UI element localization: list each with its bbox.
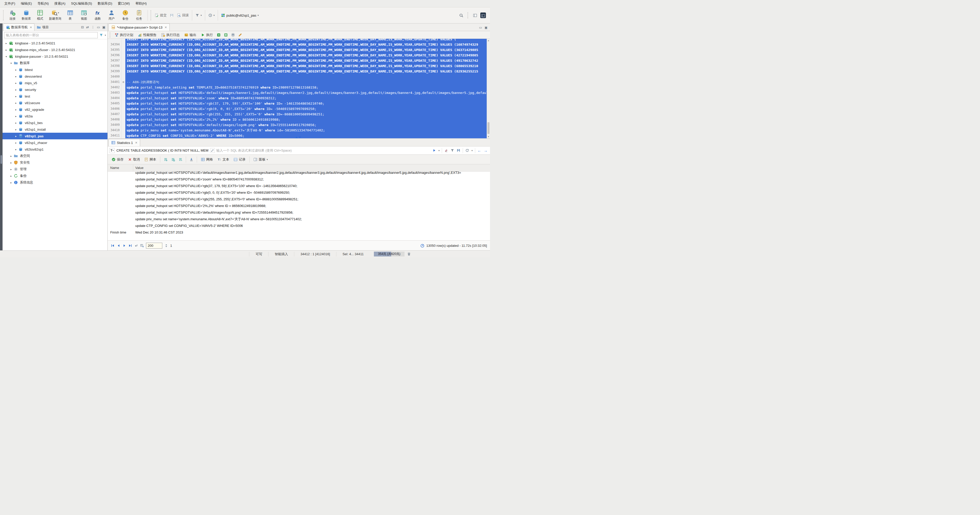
- chevron-right-icon[interactable]: ▸: [14, 82, 18, 84]
- chevron-down-icon[interactable]: ▾: [58, 11, 59, 14]
- chevron-right-icon[interactable]: ▸: [14, 148, 18, 151]
- scroll-up-icon[interactable]: ▲: [487, 39, 490, 42]
- editor-line[interactable]: 34403update portal_hotspot set HOTSPOTVA…: [108, 90, 490, 95]
- menu-item[interactable]: 窗口(W): [115, 0, 133, 7]
- table-row[interactable]: update portal_hotspot set HOTSPOTVALUE='…: [108, 209, 490, 216]
- tree-item[interactable]: ▸v82ia: [3, 113, 107, 119]
- editor-line[interactable]: INSERT INTO WORKTIME_CURRENCY (ID,ORG_AC…: [108, 39, 490, 42]
- result-filter-input[interactable]: [216, 148, 431, 153]
- active-statement-text[interactable]: CREATE TABLE ADDRESSBOOK ( ID INT8 NOT N…: [116, 148, 208, 153]
- chevron-right-icon[interactable]: ▸: [14, 128, 18, 131]
- link-with-editor-icon[interactable]: ⇄: [86, 25, 89, 29]
- editor-scrollbar[interactable]: ▲ ▼: [487, 39, 490, 138]
- maximize-icon[interactable]: ▣: [102, 25, 105, 29]
- table-row[interactable]: update portal_hotspot set HOTSPOTVALUE='…: [108, 189, 490, 196]
- chevron-right-icon[interactable]: ▸: [14, 141, 18, 144]
- schema-button[interactable]: 模式: [33, 8, 47, 23]
- chevron-right-icon[interactable]: ▸: [14, 102, 18, 104]
- function-button[interactable]: fx 函数: [91, 8, 104, 23]
- filter-funnel-icon[interactable]: [99, 33, 103, 37]
- edit-button[interactable]: [237, 33, 243, 37]
- editor-line[interactable]: 34397INSERT INTO WORKTIME_CURRENCY (ID,O…: [108, 58, 490, 63]
- menu-item[interactable]: SQL编辑器(S): [68, 0, 95, 7]
- save-result-button[interactable]: 保存: [110, 156, 125, 163]
- table-row[interactable]: update portal_hotspot set HOTSPOTVALUE='…: [108, 172, 490, 176]
- chevron-down-icon[interactable]: ▾: [471, 149, 473, 152]
- execution-log-button[interactable]: 执行日志: [159, 32, 182, 38]
- tree-item[interactable]: ▸kingbase - 10.2.5.40:54321: [3, 40, 107, 46]
- active-connection-selector[interactable]: public@v82sp1_pas ▾: [220, 12, 260, 19]
- print-button[interactable]: [230, 33, 236, 37]
- chevron-down-icon[interactable]: ▾: [438, 149, 440, 152]
- prev-page-icon[interactable]: [117, 244, 121, 248]
- chevron-right-icon[interactable]: ▸: [10, 155, 13, 157]
- close-icon[interactable]: ×: [30, 25, 32, 29]
- rollback-button[interactable]: 回滚: [176, 12, 190, 19]
- chevron-right-icon[interactable]: ▸: [10, 168, 13, 171]
- nav-forward-icon[interactable]: →: [484, 148, 487, 153]
- tree-item[interactable]: ▸v82sp1_bes: [3, 119, 107, 126]
- transaction-filter-button[interactable]: ▾: [194, 12, 203, 19]
- database-button[interactable]: 数据库: [20, 8, 33, 23]
- new-query-button[interactable]: ▾ 新建查询: [47, 8, 63, 23]
- tab-database-navigator[interactable]: 数据库导航 ×: [3, 24, 35, 31]
- editor-line[interactable]: 34410update priv_menu set name='system.m…: [108, 127, 490, 133]
- record-view-button[interactable]: 记录: [232, 156, 247, 163]
- tree-item[interactable]: ▸test: [3, 93, 107, 100]
- tab-projects[interactable]: 项目: [35, 24, 51, 31]
- menu-item[interactable]: 搜索(A): [52, 0, 68, 7]
- chevron-down-icon[interactable]: ▾: [10, 62, 13, 65]
- script-button[interactable]: 脚本: [142, 156, 158, 163]
- erase-filter-icon[interactable]: [444, 148, 448, 153]
- tree-item[interactable]: ▸表空间: [3, 153, 107, 159]
- chevron-right-icon[interactable]: ▸: [14, 68, 18, 71]
- collapse-all-icon[interactable]: ⊟: [81, 25, 84, 29]
- table-row[interactable]: update portal_hotspot set HOTSPOTVALUE='…: [108, 183, 490, 189]
- table-row[interactable]: update portal_hotspot set HOTSPOTVALUE='…: [108, 176, 490, 183]
- menu-item[interactable]: 导航(N): [35, 0, 52, 7]
- fetch-size-input[interactable]: [146, 243, 162, 249]
- tree-item[interactable]: ▸v82_upgrade: [3, 106, 107, 113]
- export-grid-button[interactable]: [223, 33, 229, 37]
- history-button[interactable]: ▾: [207, 12, 216, 19]
- grid-view-button[interactable]: 网格: [199, 156, 215, 163]
- editor-line[interactable]: 34394INSERT INTO WORKTIME_CURRENCY (ID,O…: [108, 42, 490, 47]
- tree-item[interactable]: ▸安全性: [3, 159, 107, 166]
- editor-line[interactable]: 34408update portal_hotspot set HOTSPOTVA…: [108, 117, 490, 122]
- minimized-panel-strip[interactable]: [0, 24, 3, 250]
- filter-settings-funnel-icon[interactable]: [450, 148, 454, 153]
- export-download-icon[interactable]: [188, 157, 195, 162]
- expand-statement-icon[interactable]: [210, 148, 215, 153]
- menu-item[interactable]: 编辑(E): [18, 0, 35, 7]
- chevron-down-icon[interactable]: ▾: [105, 34, 106, 37]
- tree-item[interactable]: ▸security: [3, 86, 107, 93]
- chevron-down-icon[interactable]: ▾: [5, 55, 8, 58]
- apply-filter-play-icon[interactable]: [432, 148, 436, 153]
- view-menu-icon[interactable]: ⋮: [91, 25, 94, 29]
- column-header-name[interactable]: Name: [108, 164, 133, 171]
- editor-line[interactable]: 34396INSERT INTO WORKTIME_CURRENCY (ID,O…: [108, 52, 490, 58]
- chevron-right-icon[interactable]: ▸: [10, 161, 13, 164]
- close-icon[interactable]: ×: [135, 141, 137, 145]
- sort-updown-icon[interactable]: [164, 244, 168, 248]
- cancel-result-button[interactable]: 取消: [126, 156, 142, 163]
- chevron-right-icon[interactable]: ▸: [10, 175, 13, 177]
- close-icon[interactable]: ×: [165, 25, 167, 29]
- chevron-right-icon[interactable]: ▸: [14, 121, 18, 124]
- savepoint-button[interactable]: [169, 12, 175, 19]
- performance-report-button[interactable]: 性能报告: [136, 32, 159, 38]
- last-page-icon[interactable]: [128, 244, 132, 248]
- fold-collapse-icon[interactable]: ⊖: [121, 79, 125, 85]
- fetch-next-segment-icon[interactable]: [134, 244, 138, 248]
- next-page-icon[interactable]: [123, 244, 126, 248]
- editor-line[interactable]: 34412: [108, 138, 490, 139]
- user-button[interactable]: 用户: [105, 8, 118, 23]
- editor-line[interactable]: 34401⊖-- A8N-2的调整语句: [108, 79, 490, 85]
- chevron-right-icon[interactable]: ▸: [5, 48, 8, 51]
- tree-item[interactable]: ▸v82tov82sp1: [3, 146, 107, 153]
- table-search-input[interactable]: [4, 32, 98, 38]
- refresh-icon[interactable]: [465, 148, 469, 153]
- editor-line[interactable]: 34399INSERT INTO WORKTIME_CURRENCY (ID,O…: [108, 68, 490, 74]
- new-connection-button[interactable]: 连接: [6, 8, 19, 23]
- task-button[interactable]: 任务: [132, 8, 146, 23]
